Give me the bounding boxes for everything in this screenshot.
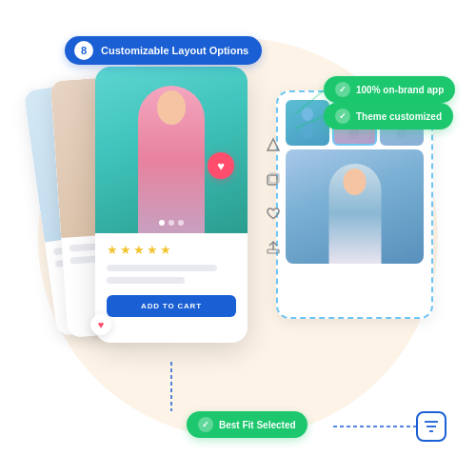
- thumbnail-1[interactable]: [286, 100, 329, 146]
- star-1: ★: [107, 243, 118, 257]
- card-right-main-image: [286, 149, 424, 264]
- scene-container: ★ ★ ★ ★ ★ ADD TO CART ♥ ♥: [0, 0, 476, 476]
- star-5: ★: [160, 243, 171, 257]
- star-3: ★: [133, 243, 145, 257]
- card-heart-button[interactable]: ♥: [208, 152, 234, 179]
- check-icon-theme: ✓: [335, 109, 350, 124]
- card-desc-line2: [107, 277, 185, 284]
- zoom-icon-button[interactable]: [262, 133, 285, 156]
- small-heart-icon: ♥: [98, 319, 105, 330]
- svg-marker-4: [268, 139, 279, 150]
- dot-2: [169, 220, 174, 226]
- check-icon-fit: ✓: [198, 417, 213, 432]
- theme-customized-badge: ✓ Theme customized: [324, 103, 453, 129]
- on-brand-label: 100% on-brand app: [356, 85, 444, 95]
- heart-outline-icon-button[interactable]: [262, 202, 285, 225]
- dot-1: [159, 220, 165, 226]
- card-image-dots: [159, 220, 184, 226]
- add-to-cart-button[interactable]: ADD TO CART: [107, 295, 236, 317]
- right-icons-panel: [262, 133, 285, 259]
- best-fit-badge: ✓ Best Fit Selected: [187, 411, 307, 438]
- card-right-person: [328, 164, 381, 264]
- filter-icon: [423, 419, 440, 434]
- card-main-person: [138, 86, 205, 233]
- layout-options-badge: 8 Customizable Layout Options: [65, 36, 262, 65]
- card-main: ★ ★ ★ ★ ★ ADD TO CART: [95, 67, 248, 343]
- small-heart-button[interactable]: ♥: [90, 314, 111, 335]
- check-icon-brand: ✓: [335, 82, 350, 97]
- svg-point-10: [302, 108, 313, 121]
- filter-button[interactable]: [416, 411, 446, 442]
- badge-number: 8: [74, 41, 93, 60]
- heart-icon: ♥: [217, 159, 225, 173]
- card-desc-line1: [107, 265, 217, 271]
- theme-label: Theme customized: [356, 111, 442, 122]
- card-main-body: ★ ★ ★ ★ ★ ADD TO CART: [95, 233, 248, 327]
- dot-3: [178, 220, 184, 226]
- star-2: ★: [120, 243, 131, 257]
- star-4: ★: [147, 243, 158, 257]
- best-fit-label: Best Fit Selected: [219, 420, 296, 430]
- on-brand-badge: ✓ 100% on-brand app: [324, 76, 455, 103]
- copy-icon-button[interactable]: [262, 168, 285, 190]
- badge-label: Customizable Layout Options: [101, 45, 248, 56]
- card-main-image: [95, 67, 248, 233]
- share-icon-button[interactable]: [262, 236, 285, 259]
- card-stars: ★ ★ ★ ★ ★: [107, 243, 236, 257]
